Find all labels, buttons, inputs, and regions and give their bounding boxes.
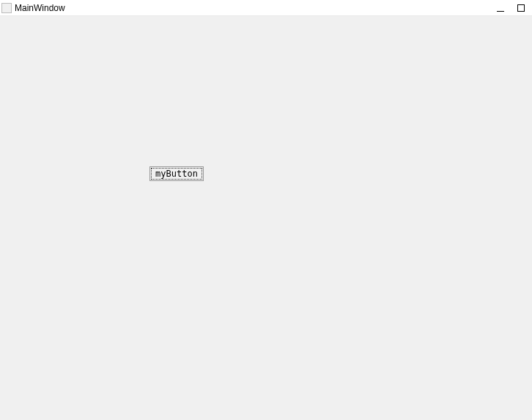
titlebar: MainWindow [0,0,532,16]
window-title: MainWindow [15,3,497,13]
minimize-button[interactable] [497,1,504,15]
maximize-icon [517,4,525,12]
app-icon [1,3,12,13]
maximize-button[interactable] [517,1,525,15]
my-button[interactable]: myButton [149,166,204,181]
client-area: myButton [0,16,532,420]
minimize-icon [497,11,504,12]
window-controls [497,1,532,15]
